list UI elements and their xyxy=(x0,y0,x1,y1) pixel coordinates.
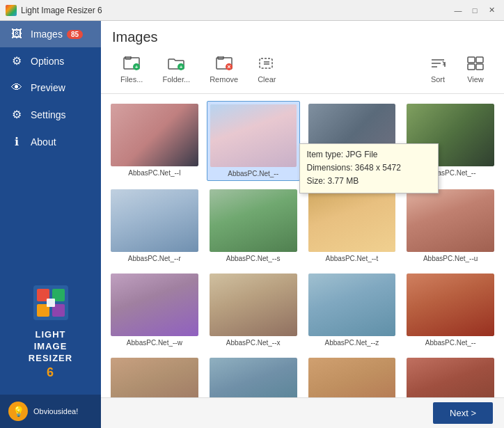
image-thumbnail xyxy=(407,274,494,336)
list-item[interactable]: AbbasPC.Net_--u xyxy=(404,187,497,265)
list-item[interactable]: AbbasPC.Net_-- xyxy=(404,271,497,349)
image-label: AbbasPC.Net_--l xyxy=(111,169,198,177)
image-label: AbbasPC.Net_-- xyxy=(210,170,297,177)
clear-button-label: Clear xyxy=(258,75,276,84)
sort-button[interactable]: Sort xyxy=(420,52,455,88)
clear-icon xyxy=(258,56,275,74)
minimize-button[interactable]: — xyxy=(451,3,465,17)
list-item[interactable]: AbbasPC.Net_--s xyxy=(207,187,300,265)
content-header: Images + Files... xyxy=(101,21,504,94)
image-thumbnail xyxy=(308,104,396,166)
logo-text: LIGHT IMAGE RESIZER 6 xyxy=(29,329,72,381)
list-item[interactable]: AbbasPC.Net_-- xyxy=(404,101,497,181)
image-label: AbbasPC.Net_-- xyxy=(407,339,494,347)
image-thumbnail xyxy=(308,358,396,397)
sidebar-item-images-label: Images xyxy=(31,29,63,40)
svg-rect-25 xyxy=(468,64,475,70)
settings-icon: ⚙ xyxy=(10,108,24,121)
sidebar: 🖼 Images 85 ⚙ Options 👁 Preview ⚙ Settin… xyxy=(0,21,101,428)
image-thumbnail xyxy=(111,358,198,397)
sort-icon xyxy=(430,56,446,74)
folders-icon: + xyxy=(168,56,184,74)
remove-button[interactable]: × Remove xyxy=(201,52,246,88)
svg-text:+: + xyxy=(180,64,183,70)
image-thumbnail xyxy=(111,274,198,336)
list-item[interactable] xyxy=(108,355,201,397)
close-button[interactable]: ✕ xyxy=(485,3,498,17)
image-thumbnail xyxy=(407,189,494,252)
logo-icon xyxy=(30,282,72,324)
sidebar-item-images[interactable]: 🖼 Images 85 xyxy=(0,21,101,47)
image-thumbnail xyxy=(407,358,494,397)
images-icon: 🖼 xyxy=(10,28,24,40)
page-title: Images xyxy=(112,29,493,45)
image-thumbnail xyxy=(210,189,297,252)
svg-rect-16 xyxy=(260,58,272,68)
sidebar-item-preview-label: Preview xyxy=(31,82,65,93)
images-area[interactable]: AbbasPC.Net_--l AbbasPC.Net_-- Item type… xyxy=(101,94,504,397)
sidebar-item-options[interactable]: ⚙ Options xyxy=(0,47,101,74)
sidebar-item-preview[interactable]: 👁 Preview xyxy=(0,74,101,101)
next-button[interactable]: Next > xyxy=(433,402,493,424)
brand-name: Obviousidea! xyxy=(33,407,78,415)
image-label: AbbasPC.Net_-- xyxy=(407,169,494,177)
footer: Next > xyxy=(101,397,504,428)
list-item[interactable]: AbbasPC.Net_--t xyxy=(306,187,399,265)
options-icon: ⚙ xyxy=(10,54,24,68)
maximize-button[interactable]: □ xyxy=(468,3,482,17)
list-item[interactable]: AbbasPC.Net_-- Item type: JPG File Dimen… xyxy=(207,101,300,181)
list-item[interactable] xyxy=(207,355,300,397)
remove-icon: × xyxy=(216,56,233,74)
clear-button[interactable]: Clear xyxy=(249,52,284,88)
list-item[interactable]: AbbasPC.Net_--x xyxy=(207,271,300,349)
svg-text:+: + xyxy=(135,64,139,70)
main-container: 🖼 Images 85 ⚙ Options 👁 Preview ⚙ Settin… xyxy=(0,21,504,428)
list-item[interactable]: AbbasPC.Net_--w xyxy=(108,271,201,349)
list-item[interactable] xyxy=(306,355,399,397)
images-grid: AbbasPC.Net_--l AbbasPC.Net_-- Item type… xyxy=(108,101,497,397)
list-item[interactable] xyxy=(404,355,497,397)
image-thumbnail xyxy=(407,104,494,166)
list-item[interactable]: AbbasPC.Net_--l xyxy=(108,101,201,181)
sidebar-brand: 💡 Obviousidea! xyxy=(0,395,101,428)
window-controls: — □ ✕ xyxy=(451,3,498,17)
files-button-label: Files... xyxy=(120,75,143,84)
title-text: Light Image Resizer 6 xyxy=(21,6,451,15)
toolbar: + Files... + Folder... xyxy=(112,52,493,88)
sort-button-label: Sort xyxy=(431,75,445,84)
list-item[interactable]: AbbasPC.Net_--q xyxy=(306,101,399,181)
image-label: AbbasPC.Net_--u xyxy=(407,255,494,262)
view-button[interactable]: View xyxy=(458,52,493,88)
sidebar-item-settings[interactable]: ⚙ Settings xyxy=(0,101,101,128)
image-thumbnail xyxy=(308,189,396,252)
folders-button[interactable]: + Folder... xyxy=(154,52,198,88)
svg-rect-24 xyxy=(476,57,483,63)
view-icon xyxy=(467,56,484,74)
sidebar-nav: 🖼 Images 85 ⚙ Options 👁 Preview ⚙ Settin… xyxy=(0,21,101,268)
svg-rect-23 xyxy=(468,57,475,63)
image-label: AbbasPC.Net_--z xyxy=(308,339,396,347)
svg-rect-26 xyxy=(476,64,483,70)
list-item[interactable]: AbbasPC.Net_--r xyxy=(108,187,201,265)
image-label: AbbasPC.Net_--t xyxy=(308,255,396,262)
image-thumbnail xyxy=(210,104,297,167)
about-icon: ℹ xyxy=(10,135,24,148)
image-label: AbbasPC.Net_--q xyxy=(308,169,396,177)
title-bar: Light Image Resizer 6 — □ ✕ xyxy=(0,0,504,21)
app-icon xyxy=(6,5,17,16)
folders-button-label: Folder... xyxy=(162,75,190,84)
sidebar-logo: LIGHT IMAGE RESIZER 6 xyxy=(0,268,101,395)
sidebar-item-about-label: About xyxy=(31,136,56,148)
svg-text:×: × xyxy=(227,63,230,70)
files-button[interactable]: + Files... xyxy=(112,52,151,88)
svg-rect-5 xyxy=(47,299,55,307)
preview-icon: 👁 xyxy=(10,81,24,94)
files-icon: + xyxy=(123,56,140,74)
image-thumbnail xyxy=(210,274,297,336)
images-badge: 85 xyxy=(67,30,83,39)
sidebar-item-about[interactable]: ℹ About xyxy=(0,128,101,155)
remove-button-label: Remove xyxy=(210,75,238,84)
image-label: AbbasPC.Net_--s xyxy=(210,255,297,262)
list-item[interactable]: AbbasPC.Net_--z xyxy=(306,271,399,349)
image-thumbnail xyxy=(308,274,396,336)
